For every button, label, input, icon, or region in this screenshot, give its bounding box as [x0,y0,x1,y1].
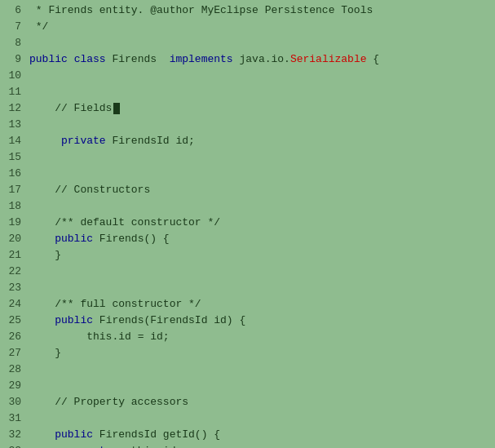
code-line: 9public class Firends implements java.io… [0,52,495,69]
code-editor[interactable]: 6 * Firends entity. @author MyEclipse Pe… [0,0,495,448]
line-content [29,282,495,294]
token: FirendsId id; [106,135,195,147]
line-content [29,167,495,180]
line-number: 29 [0,379,29,392]
line-content [29,118,495,131]
code-line: 28 [0,362,495,379]
code-line: 30 // Property accessors [0,395,495,411]
code-line: 11 [0,85,495,101]
token: return [86,445,125,448]
line-number: 7 [0,20,29,33]
token: public [55,428,93,441]
line-number: 14 [0,135,29,147]
line-content: // Constructors [29,184,495,196]
token [29,330,86,343]
code-line: 7 */ [0,20,495,36]
line-content: /** full constructor */ [29,298,495,310]
line-number: 16 [0,167,29,180]
token: } [29,347,61,359]
code-line: 15 [0,150,495,166]
line-number: 22 [0,265,29,277]
line-number: 24 [0,298,29,310]
line-number: 18 [0,200,29,212]
code-line: 31 [0,411,495,428]
code-line: 17 // Constructors [0,183,495,199]
code-line: 33 return this.id; [0,444,495,448]
line-content [29,69,495,82]
code-line: 16 [0,166,495,183]
token: public [55,233,93,245]
token: implements [170,53,233,65]
line-number: 26 [0,330,29,343]
line-content: public Firends() { [29,233,495,245]
token: .id = id; [112,330,169,343]
token [29,233,55,245]
line-content: public Firends(FirendsId id) { [29,314,495,326]
token: class [74,53,106,65]
code-line: 18 [0,199,495,215]
code-line: 12 // Fields [0,101,495,118]
token: // Fields [29,102,112,114]
code-line: 14 private FirendsId id; [0,134,495,150]
line-number: 20 [0,233,29,245]
code-line: 32 public FirendsId getId() { [0,428,495,444]
line-number: 32 [0,428,29,441]
token: .id; [157,445,182,448]
line-content [29,151,495,163]
line-number: 25 [0,314,29,326]
line-content [29,379,495,392]
token: this [86,330,112,343]
token [68,53,74,65]
line-content [29,412,495,424]
token: Serializable [290,53,367,65]
line-content [29,37,495,49]
line-number: 19 [0,216,29,228]
token [29,428,55,441]
line-number: 10 [0,69,29,82]
token: } [29,249,61,261]
line-number: 17 [0,184,29,196]
line-number: 31 [0,412,29,424]
line-number: 28 [0,363,29,375]
text-cursor [113,103,120,114]
line-number: 8 [0,37,29,49]
code-line: 6 * Firends entity. @author MyEclipse Pe… [0,3,495,20]
token [29,135,61,147]
line-number: 30 [0,396,29,408]
code-line: 23 [0,281,495,297]
token: /** full constructor */ [29,298,201,310]
line-content [29,86,495,98]
line-content: */ [29,20,495,33]
code-line: 21 } [0,248,495,264]
line-content: /** default constructor */ [29,216,495,228]
line-content: return this.id; [29,445,495,448]
line-content [29,200,495,212]
token: Firends() { [93,233,170,245]
line-number: 11 [0,86,29,98]
code-line: 24 /** full constructor */ [0,297,495,313]
code-line: 29 [0,379,495,395]
line-content: } [29,347,495,359]
code-line: 13 [0,118,495,134]
token: this [131,445,157,448]
line-content: private FirendsId id; [29,135,495,147]
line-content: public class Firends implements java.io.… [29,53,495,65]
line-content: } [29,249,495,261]
token: java.io. [233,53,290,65]
code-line: 20 public Firends() { [0,232,495,248]
token: * Firends entity. @author MyEclipse Pers… [29,4,373,16]
line-number: 21 [0,249,29,261]
line-number: 6 [0,4,29,16]
token: */ [29,20,48,33]
token: public [55,314,93,326]
token: // Constructors [29,184,150,196]
token: FirendsId getId() { [93,428,220,441]
line-number: 27 [0,347,29,359]
code-line: 10 [0,69,495,85]
token: { [367,53,380,65]
code-line: 8 [0,36,495,52]
line-number: 33 [0,445,29,448]
token: public [29,53,68,65]
token: /** default constructor */ [29,216,220,228]
line-content [29,265,495,277]
